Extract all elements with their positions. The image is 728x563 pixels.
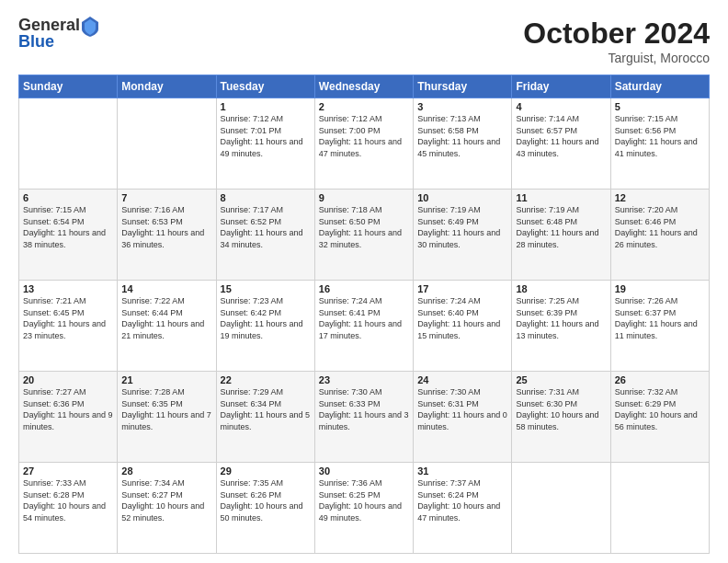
col-thursday: Thursday (414, 75, 512, 98)
calendar-week-row: 1Sunrise: 7:12 AM Sunset: 7:01 PM Daylig… (19, 98, 710, 190)
table-row: 10Sunrise: 7:19 AM Sunset: 6:49 PM Dayli… (414, 190, 512, 281)
table-row: 12Sunrise: 7:20 AM Sunset: 6:46 PM Dayli… (610, 190, 709, 281)
day-info: Sunrise: 7:34 AM Sunset: 6:27 PM Dayligh… (121, 477, 211, 523)
table-row: 28Sunrise: 7:34 AM Sunset: 6:27 PM Dayli… (118, 463, 216, 554)
table-row: 22Sunrise: 7:29 AM Sunset: 6:34 PM Dayli… (216, 372, 314, 463)
logo-text: General Blue (18, 17, 80, 50)
table-row (512, 463, 610, 554)
day-info: Sunrise: 7:23 AM Sunset: 6:42 PM Dayligh… (221, 295, 311, 341)
page: General Blue October 2024 Targuist, Moro… (0, 0, 728, 563)
day-number: 8 (221, 192, 311, 203)
day-number: 1 (221, 101, 311, 112)
day-number: 4 (516, 101, 606, 112)
table-row: 5Sunrise: 7:15 AM Sunset: 6:56 PM Daylig… (610, 98, 709, 190)
logo: General Blue (18, 17, 98, 50)
day-number: 12 (615, 192, 705, 203)
month-title: October 2024 (523, 17, 710, 51)
table-row: 30Sunrise: 7:36 AM Sunset: 6:25 PM Dayli… (314, 463, 413, 554)
calendar-header-row: Sunday Monday Tuesday Wednesday Thursday… (19, 75, 710, 98)
day-info: Sunrise: 7:18 AM Sunset: 6:50 PM Dayligh… (319, 204, 409, 250)
location: Targuist, Morocco (523, 51, 710, 65)
table-row: 29Sunrise: 7:35 AM Sunset: 6:26 PM Dayli… (216, 463, 314, 554)
table-row: 23Sunrise: 7:30 AM Sunset: 6:33 PM Dayli… (314, 372, 413, 463)
table-row: 9Sunrise: 7:18 AM Sunset: 6:50 PM Daylig… (314, 190, 413, 281)
day-info: Sunrise: 7:16 AM Sunset: 6:53 PM Dayligh… (121, 204, 211, 250)
day-number: 10 (417, 192, 507, 203)
table-row (118, 98, 216, 190)
table-row: 1Sunrise: 7:12 AM Sunset: 7:01 PM Daylig… (216, 98, 314, 190)
day-number: 20 (23, 374, 113, 385)
table-row: 19Sunrise: 7:26 AM Sunset: 6:37 PM Dayli… (610, 281, 709, 372)
day-number: 2 (319, 101, 409, 112)
table-row: 16Sunrise: 7:24 AM Sunset: 6:41 PM Dayli… (314, 281, 413, 372)
table-row: 4Sunrise: 7:14 AM Sunset: 6:57 PM Daylig… (512, 98, 610, 190)
day-number: 24 (417, 374, 507, 385)
day-info: Sunrise: 7:24 AM Sunset: 6:41 PM Dayligh… (319, 295, 409, 341)
table-row: 7Sunrise: 7:16 AM Sunset: 6:53 PM Daylig… (118, 190, 216, 281)
day-info: Sunrise: 7:15 AM Sunset: 6:56 PM Dayligh… (615, 113, 705, 159)
day-info: Sunrise: 7:20 AM Sunset: 6:46 PM Dayligh… (615, 204, 705, 250)
table-row: 8Sunrise: 7:17 AM Sunset: 6:52 PM Daylig… (216, 190, 314, 281)
day-info: Sunrise: 7:13 AM Sunset: 6:58 PM Dayligh… (417, 113, 507, 159)
day-info: Sunrise: 7:28 AM Sunset: 6:35 PM Dayligh… (121, 386, 211, 432)
col-monday: Monday (118, 75, 216, 98)
day-number: 5 (615, 101, 705, 112)
table-row: 6Sunrise: 7:15 AM Sunset: 6:54 PM Daylig… (19, 190, 118, 281)
calendar-week-row: 27Sunrise: 7:33 AM Sunset: 6:28 PM Dayli… (19, 463, 710, 554)
day-info: Sunrise: 7:12 AM Sunset: 7:01 PM Dayligh… (221, 113, 311, 159)
day-number: 21 (121, 374, 211, 385)
day-info: Sunrise: 7:21 AM Sunset: 6:45 PM Dayligh… (23, 295, 113, 341)
day-info: Sunrise: 7:19 AM Sunset: 6:49 PM Dayligh… (417, 204, 507, 250)
table-row: 14Sunrise: 7:22 AM Sunset: 6:44 PM Dayli… (118, 281, 216, 372)
table-row: 21Sunrise: 7:28 AM Sunset: 6:35 PM Dayli… (118, 372, 216, 463)
day-number: 25 (516, 374, 606, 385)
day-number: 29 (221, 465, 311, 477)
table-row: 2Sunrise: 7:12 AM Sunset: 7:00 PM Daylig… (314, 98, 413, 190)
day-info: Sunrise: 7:27 AM Sunset: 6:36 PM Dayligh… (23, 386, 113, 432)
day-info: Sunrise: 7:19 AM Sunset: 6:48 PM Dayligh… (516, 204, 606, 250)
day-info: Sunrise: 7:25 AM Sunset: 6:39 PM Dayligh… (516, 295, 606, 341)
day-info: Sunrise: 7:26 AM Sunset: 6:37 PM Dayligh… (615, 295, 705, 341)
col-sunday: Sunday (19, 75, 118, 98)
table-row: 25Sunrise: 7:31 AM Sunset: 6:30 PM Dayli… (512, 372, 610, 463)
table-row: 24Sunrise: 7:30 AM Sunset: 6:31 PM Dayli… (414, 372, 512, 463)
day-info: Sunrise: 7:12 AM Sunset: 7:00 PM Dayligh… (319, 113, 409, 159)
day-info: Sunrise: 7:33 AM Sunset: 6:28 PM Dayligh… (23, 477, 113, 523)
day-number: 9 (319, 192, 409, 203)
table-row: 31Sunrise: 7:37 AM Sunset: 6:24 PM Dayli… (414, 463, 512, 554)
day-info: Sunrise: 7:30 AM Sunset: 6:31 PM Dayligh… (417, 386, 507, 432)
table-row: 11Sunrise: 7:19 AM Sunset: 6:48 PM Dayli… (512, 190, 610, 281)
day-number: 13 (23, 283, 113, 294)
table-row: 26Sunrise: 7:32 AM Sunset: 6:29 PM Dayli… (610, 372, 709, 463)
day-info: Sunrise: 7:31 AM Sunset: 6:30 PM Dayligh… (516, 386, 606, 432)
day-number: 15 (221, 283, 311, 294)
table-row: 17Sunrise: 7:24 AM Sunset: 6:40 PM Dayli… (414, 281, 512, 372)
day-info: Sunrise: 7:14 AM Sunset: 6:57 PM Dayligh… (516, 113, 606, 159)
col-friday: Friday (512, 75, 610, 98)
table-row: 27Sunrise: 7:33 AM Sunset: 6:28 PM Dayli… (19, 463, 118, 554)
header: General Blue October 2024 Targuist, Moro… (18, 17, 710, 65)
day-info: Sunrise: 7:37 AM Sunset: 6:24 PM Dayligh… (417, 477, 507, 523)
day-info: Sunrise: 7:17 AM Sunset: 6:52 PM Dayligh… (221, 204, 311, 250)
table-row: 20Sunrise: 7:27 AM Sunset: 6:36 PM Dayli… (19, 372, 118, 463)
logo-general: General (18, 17, 80, 33)
day-number: 30 (319, 465, 409, 477)
table-row (19, 98, 118, 190)
calendar-week-row: 20Sunrise: 7:27 AM Sunset: 6:36 PM Dayli… (19, 372, 710, 463)
day-number: 18 (516, 283, 606, 294)
day-info: Sunrise: 7:24 AM Sunset: 6:40 PM Dayligh… (417, 295, 507, 341)
logo-icon (82, 17, 98, 37)
day-number: 19 (615, 283, 705, 294)
day-number: 23 (319, 374, 409, 385)
calendar-week-row: 13Sunrise: 7:21 AM Sunset: 6:45 PM Dayli… (19, 281, 710, 372)
day-number: 26 (615, 374, 705, 385)
day-number: 22 (221, 374, 311, 385)
day-info: Sunrise: 7:29 AM Sunset: 6:34 PM Dayligh… (221, 386, 311, 432)
col-tuesday: Tuesday (216, 75, 314, 98)
table-row: 13Sunrise: 7:21 AM Sunset: 6:45 PM Dayli… (19, 281, 118, 372)
col-wednesday: Wednesday (314, 75, 413, 98)
day-number: 17 (417, 283, 507, 294)
day-info: Sunrise: 7:15 AM Sunset: 6:54 PM Dayligh… (23, 204, 113, 250)
day-number: 11 (516, 192, 606, 203)
table-row (610, 463, 709, 554)
